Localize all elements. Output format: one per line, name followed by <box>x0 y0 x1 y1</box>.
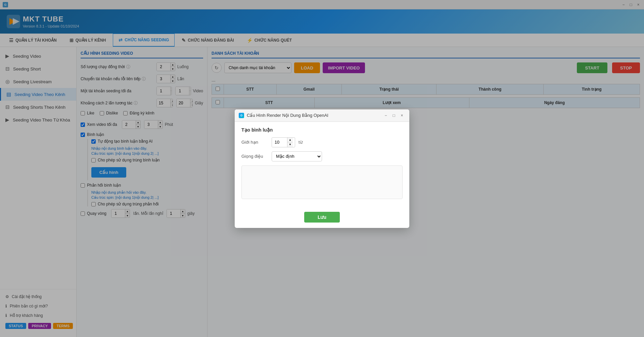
modal-overlay: ⚙ Cấu Hình Render Nội Dung Bằng OpenAI −… <box>0 0 644 337</box>
modal-minimize-button[interactable]: − <box>382 112 389 119</box>
modal-label-gioi-han: Giới hạn <box>241 140 268 145</box>
modal-title-left: ⚙ Cấu Hình Render Nội Dung Bằng OpenAI <box>239 113 328 118</box>
modal-maximize-button[interactable]: □ <box>390 112 397 119</box>
modal-content-area <box>241 165 403 199</box>
modal-title-icon: ⚙ <box>239 113 244 118</box>
modal-close-button[interactable]: × <box>399 112 405 119</box>
gioi-han-input[interactable] <box>272 138 287 147</box>
modal-footer: Lưu <box>235 208 409 228</box>
gioi-han-down[interactable]: ▼ <box>287 142 293 147</box>
modal-input-gioi-han: ▲ ▼ <box>272 137 295 147</box>
modal-titlebar: ⚙ Cấu Hình Render Nội Dung Bằng OpenAI −… <box>235 109 409 122</box>
modal-section-title: Tạo bình luận <box>241 127 403 133</box>
save-button[interactable]: Lưu <box>304 212 340 223</box>
modal-window: ⚙ Cấu Hình Render Nội Dung Bằng OpenAI −… <box>235 109 409 228</box>
modal-form-row-giong-dieu: Giọng điệu Mặc định Trang trọng Hài hước… <box>241 151 403 161</box>
modal-label-giong-dieu: Giọng điệu <box>241 154 268 159</box>
modal-form-row-gioi-han: Giới hạn ▲ ▼ từ <box>241 137 403 147</box>
modal-body: Tạo bình luận Giới hạn ▲ ▼ từ Giọng điệu… <box>235 122 409 208</box>
gioi-han-up[interactable]: ▲ <box>287 138 293 142</box>
giong-dieu-select[interactable]: Mặc định Trang trọng Hài hước Thân thiện <box>272 151 322 161</box>
gioi-han-suffix: từ <box>298 140 303 145</box>
modal-controls: − □ × <box>382 112 405 119</box>
modal-title-text: Cấu Hình Render Nội Dung Bằng OpenAI <box>247 113 328 118</box>
